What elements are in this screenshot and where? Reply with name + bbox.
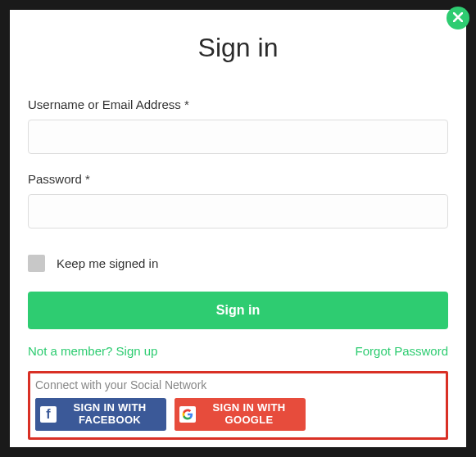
keep-signed-label: Keep me signed in: [57, 256, 158, 270]
facebook-icon: f: [35, 398, 61, 431]
username-input[interactable]: [28, 120, 448, 154]
keep-signed-row: Keep me signed in: [28, 255, 448, 272]
forgot-password-link[interactable]: Forgot Password: [356, 344, 448, 358]
facebook-signin-button[interactable]: f SIGN IN WITH FACEBOOK: [35, 398, 166, 431]
google-icon: [175, 398, 201, 431]
password-input[interactable]: [28, 194, 448, 228]
modal-title: Sign in: [28, 33, 448, 63]
signin-button[interactable]: Sign in: [28, 292, 448, 329]
close-button[interactable]: [447, 7, 469, 29]
google-button-label: SIGN IN WITH GOOGLE: [201, 402, 306, 427]
social-section: Connect with your Social Network f SIGN …: [28, 371, 448, 440]
username-label: Username or Email Address *: [28, 97, 448, 111]
social-heading: Connect with your Social Network: [35, 378, 441, 391]
google-signin-button[interactable]: SIGN IN WITH GOOGLE: [175, 398, 306, 431]
social-buttons-row: f SIGN IN WITH FACEBOOK SIGN IN WIT: [35, 398, 441, 431]
close-icon: [453, 11, 463, 25]
keep-signed-checkbox[interactable]: [28, 255, 45, 272]
password-label: Password *: [28, 172, 448, 186]
links-row: Not a member? Sign up Forgot Password: [28, 344, 448, 358]
facebook-button-label: SIGN IN WITH FACEBOOK: [61, 402, 166, 427]
signup-link[interactable]: Not a member? Sign up: [28, 344, 157, 358]
signin-modal: Sign in Username or Email Address * Pass…: [10, 10, 466, 447]
